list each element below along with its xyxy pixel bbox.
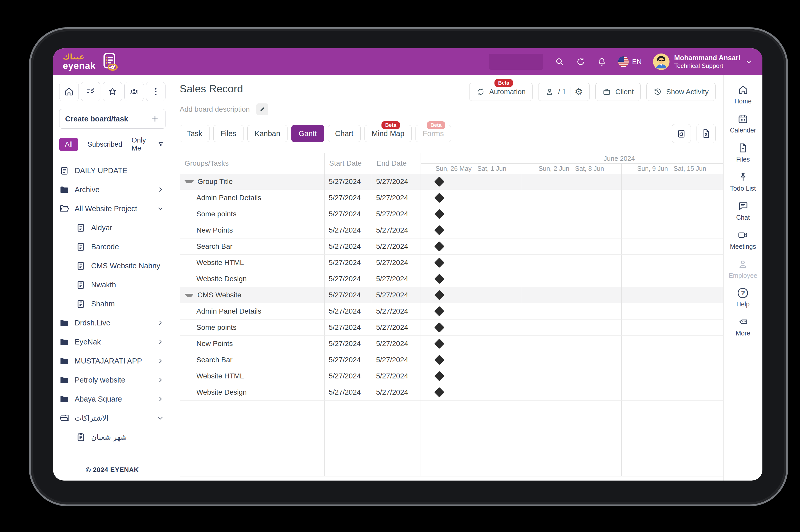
nav-meetings[interactable]: Meetings [730,230,756,250]
create-board-task-button[interactable]: Create board/task [59,109,166,129]
gantt-task-row[interactable]: Search Bar 5/27/2024 5/27/2024 [180,352,723,368]
milestone-diamond[interactable] [434,193,445,203]
brand-name: eyenak [63,61,96,71]
filter-subscribed[interactable]: Subscribed [88,140,122,148]
sidebar-item-petroly-website[interactable]: Petroly website [59,370,166,390]
nav-chat[interactable]: Chat [736,201,750,221]
milestone-diamond[interactable] [434,306,445,317]
filter-all[interactable]: All [59,138,78,151]
home-button[interactable] [59,82,79,101]
nav-employee[interactable]: Employee [729,259,757,279]
gantt-task-row[interactable]: Some points 5/27/2024 5/27/2024 [180,206,723,222]
nav-home[interactable]: Home [734,84,751,105]
milestone-diamond[interactable] [434,176,445,187]
export-excel-button[interactable] [696,124,715,143]
chevron-down-icon[interactable] [745,58,752,65]
milestone-diamond[interactable] [434,339,445,349]
clipboard-icon [76,280,86,290]
teams-button[interactable] [124,82,144,101]
gantt-task-row[interactable]: New Points 5/27/2024 5/27/2024 [180,222,723,239]
gantt-task-row[interactable]: Admin Panel Details 5/27/2024 5/27/2024 [180,190,723,206]
sidebar-item-nwakth[interactable]: Nwakth [59,275,166,294]
gantt-task-row[interactable]: Some points 5/27/2024 5/27/2024 [180,320,723,336]
nav-calendar[interactable]: Calender [730,113,756,134]
chevron-right-icon[interactable] [157,395,164,403]
milestone-diamond[interactable] [434,290,445,300]
milestone-diamond[interactable] [434,387,445,397]
sidebar-item-drdsh-live[interactable]: Drdsh.Live [59,314,166,332]
milestone-diamond[interactable] [434,225,445,235]
nav-help[interactable]: ? Help [737,288,749,308]
filter-only-me[interactable]: Only Me [132,136,149,152]
page-title: Sales Record [180,83,243,95]
language-selector[interactable]: EN [618,56,642,67]
sidebar-item-shahm[interactable]: Shahm [59,294,166,314]
tab-chart[interactable]: Chart [328,125,360,142]
search-icon[interactable] [555,57,564,66]
gantt-task-row[interactable]: Website Design 5/27/2024 5/27/2024 [180,271,723,287]
row-end-date: 5/27/2024 [372,336,421,352]
automation-button[interactable]: Beta Automation [469,83,533,101]
tab-task[interactable]: Task [180,125,209,142]
show-activity-button[interactable]: Show Activity [646,83,715,101]
tab-kanban[interactable]: Kanban [247,125,287,142]
nav-files[interactable]: Files [736,142,750,163]
refresh-icon[interactable] [576,57,585,66]
nav-todo-list[interactable]: Todo List [730,172,756,192]
chevron-right-icon[interactable] [157,376,164,384]
sidebar-item-archive[interactable]: Archive [59,180,166,199]
chevron-right-icon[interactable] [157,186,164,193]
favorites-button[interactable] [103,82,122,101]
edit-description-button[interactable] [256,103,268,115]
collapse-triangle-icon[interactable] [185,180,194,183]
chevron-down-icon[interactable] [157,414,164,422]
gantt-task-row[interactable]: Website HTML 5/27/2024 5/27/2024 [180,368,723,384]
milestone-diamond[interactable] [434,241,445,252]
milestone-diamond[interactable] [434,355,445,365]
gantt-task-row[interactable]: New Points 5/27/2024 5/27/2024 [180,336,723,352]
chevron-right-icon[interactable] [157,357,164,364]
tasks-button[interactable] [81,82,100,101]
gantt-group-row[interactable]: Group Title 5/27/2024 5/27/2024 [180,174,723,190]
sidebar-item-mustajarati-app[interactable]: MUSTAJARATI APP [59,352,166,370]
notifications-bell-icon[interactable] [597,57,607,66]
sidebar-item-all-website-project[interactable]: All Website Project [59,199,166,218]
tab-files[interactable]: Files [213,125,243,142]
sidebar-item-aldyar[interactable]: Aldyar [59,218,166,237]
members-settings-button[interactable]: / 1 ⚙ [538,83,590,101]
tab-gantt[interactable]: Gantt [291,125,324,142]
header-search-box[interactable] [489,54,543,70]
brand-logo[interactable]: عيناك eyenak [63,53,118,71]
gantt-task-row[interactable]: Search Bar 5/27/2024 5/27/2024 [180,239,723,255]
nav-more[interactable]: More [736,317,750,337]
sidebar-item-daily-update[interactable]: DAILY UPDATE [59,161,166,180]
milestone-diamond[interactable] [434,209,445,219]
chevron-right-icon[interactable] [157,338,164,345]
board-description-placeholder[interactable]: Add board description [180,105,250,113]
milestone-diamond[interactable] [434,258,445,268]
sidebar-item-cms-website-nabny[interactable]: CMS Website Nabny [59,256,166,275]
more-options-button[interactable] [146,82,166,101]
sync-board-button[interactable] [672,124,691,143]
gantt-task-row[interactable]: Website Design 5/27/2024 5/27/2024 [180,384,723,401]
sidebar-item-subscriptions[interactable]: الاشتراكات [59,408,166,428]
milestone-diamond[interactable] [434,322,445,332]
chevron-down-icon[interactable] [157,205,164,212]
gantt-task-row[interactable]: Website HTML 5/27/2024 5/27/2024 [180,255,723,271]
chevron-right-icon[interactable] [157,319,164,326]
gantt-group-row[interactable]: CMS Website 5/27/2024 5/27/2024 [180,287,723,303]
sidebar-item-abaya-square[interactable]: Abaya Square [59,390,166,408]
sidebar-item-barcode[interactable]: Barcode [59,237,166,256]
tab-forms[interactable]: Beta Forms [415,125,451,142]
user-menu[interactable]: Mohammand Ansari Technical Support [653,54,752,70]
filter-funnel-icon[interactable] [158,140,164,149]
gantt-task-row[interactable]: Admin Panel Details 5/27/2024 5/27/2024 [180,303,723,320]
milestone-diamond[interactable] [434,371,445,381]
collapse-triangle-icon[interactable] [185,294,194,297]
milestone-diamond[interactable] [434,274,445,284]
client-button[interactable]: Client [595,83,641,101]
tab-mind-map[interactable]: Beta Mind Map [365,125,412,142]
gear-icon[interactable]: ⚙ [575,87,583,96]
sidebar-item-shahr-shaban[interactable]: شهر شعبان [59,428,166,446]
sidebar-item-eyenak[interactable]: EyeNak [59,332,166,352]
